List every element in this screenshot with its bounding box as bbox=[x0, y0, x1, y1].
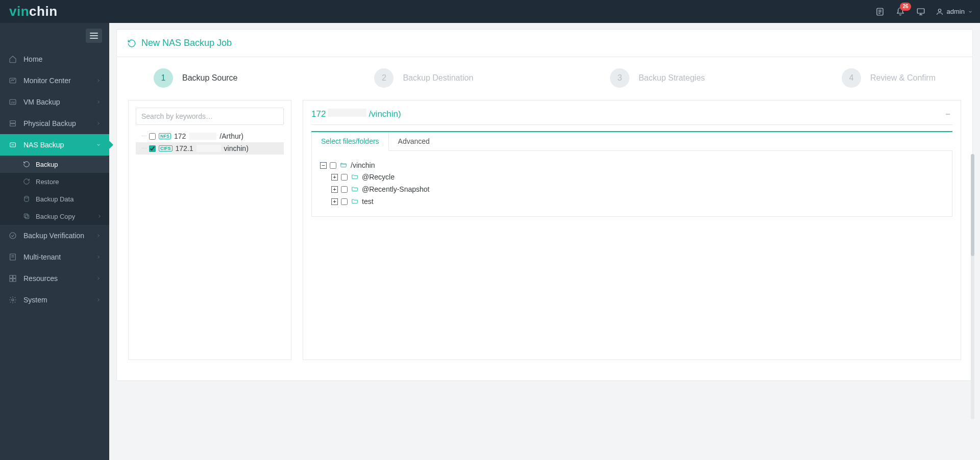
chevron-right-icon bbox=[96, 78, 102, 83]
svg-point-15 bbox=[24, 196, 29, 198]
sidebar-item-tenant: Multi-tenant bbox=[0, 246, 109, 268]
folder-checkbox[interactable] bbox=[341, 174, 348, 181]
step-4[interactable]: 4 Review & Confirm bbox=[842, 68, 936, 88]
step-1[interactable]: 1 Backup Source bbox=[154, 68, 238, 88]
user-menu[interactable]: admin bbox=[936, 8, 973, 16]
sidebar: Home Monitor Center VM VM Backup bbox=[0, 23, 109, 460]
expand-icon[interactable]: + bbox=[331, 174, 338, 181]
share-checkbox[interactable] bbox=[149, 145, 156, 152]
source-share-row[interactable]: ⋯ NFS 172 /Arthur) bbox=[136, 130, 284, 142]
sidebar-label: NAS Backup bbox=[23, 141, 90, 149]
folder-row[interactable]: + @Recently-Snapshot bbox=[331, 184, 944, 195]
svg-rect-11 bbox=[10, 121, 16, 123]
sidebar-link-verify[interactable]: Backup Verification bbox=[0, 225, 109, 246]
log-icon[interactable] bbox=[874, 6, 886, 17]
svg-rect-17 bbox=[24, 214, 28, 217]
check-icon bbox=[8, 231, 17, 240]
sidebar-link-vm[interactable]: VM VM Backup bbox=[0, 91, 109, 113]
sidebar-sublink-data[interactable]: Backup Data bbox=[0, 190, 109, 208]
sidebar-sublabel: Backup bbox=[36, 161, 58, 168]
sidebar-item-home: Home bbox=[0, 48, 109, 70]
share-ip-prefix: 172.1 bbox=[176, 144, 193, 152]
sidebar-link-resources[interactable]: Resources bbox=[0, 268, 109, 289]
step-3[interactable]: 3 Backup Strategies bbox=[610, 68, 705, 88]
tab-advanced[interactable]: Advanced bbox=[389, 132, 439, 150]
protocol-badge: NFS bbox=[159, 133, 171, 140]
sidebar-toggle[interactable] bbox=[86, 29, 102, 43]
sidebar-item-physical: Physical Backup bbox=[0, 113, 109, 134]
sidebar-link-system[interactable]: System bbox=[0, 289, 109, 311]
wizard-steps: 1 Backup Source 2 Backup Destination 3 B… bbox=[128, 68, 961, 100]
topbar-actions: 26 admin bbox=[874, 6, 973, 17]
folder-checkbox[interactable] bbox=[341, 186, 348, 193]
expand-icon[interactable]: + bbox=[331, 198, 338, 205]
copy-icon bbox=[22, 212, 31, 220]
step-label: Backup Strategies bbox=[639, 73, 705, 83]
search-input[interactable] bbox=[136, 108, 284, 125]
page-title-panel: New NAS Backup Job bbox=[116, 29, 973, 57]
folder-checkbox[interactable] bbox=[341, 198, 348, 205]
tab-select-files[interactable]: Select files/folders bbox=[311, 132, 389, 151]
sidebar-link-monitor[interactable]: Monitor Center bbox=[0, 70, 109, 91]
sidebar-subitem-backup: Backup bbox=[0, 156, 109, 173]
folder-row[interactable]: + test bbox=[331, 196, 944, 207]
sidebar-label: VM Backup bbox=[23, 98, 90, 106]
selected-share-header: 172 /vinchin) bbox=[311, 109, 952, 125]
svg-point-18 bbox=[10, 233, 16, 239]
scrollbar[interactable] bbox=[971, 154, 974, 419]
svg-rect-16 bbox=[26, 215, 29, 219]
share-name: /Arthur) bbox=[219, 132, 243, 140]
folder-name: @Recently-Snapshot bbox=[362, 185, 430, 193]
selected-share-title: 172 /vinchin) bbox=[311, 109, 401, 119]
folder-name: /vinchin bbox=[351, 161, 375, 169]
step-number: 2 bbox=[374, 68, 394, 88]
sidebar-subitem-data: Backup Data bbox=[0, 190, 109, 208]
expand-icon[interactable]: + bbox=[331, 186, 338, 193]
notifications-badge: 26 bbox=[900, 3, 911, 11]
svg-rect-25 bbox=[13, 279, 16, 282]
collapse-button[interactable] bbox=[943, 110, 952, 119]
sidebar-link-physical[interactable]: Physical Backup bbox=[0, 113, 109, 134]
page-title: New NAS Backup Job bbox=[141, 38, 232, 48]
folder-checkbox[interactable] bbox=[330, 162, 336, 169]
folder-icon bbox=[351, 197, 359, 206]
step-number: 1 bbox=[154, 68, 173, 88]
sidebar-item-resources: Resources bbox=[0, 268, 109, 289]
sidebar-label: Home bbox=[23, 55, 102, 63]
sidebar-link-tenant[interactable]: Multi-tenant bbox=[0, 246, 109, 268]
sidebar-link-nas[interactable]: NAS Backup bbox=[0, 134, 109, 156]
brand-part2: chin bbox=[29, 4, 57, 19]
home-icon bbox=[8, 55, 17, 64]
screen-icon[interactable] bbox=[915, 6, 926, 17]
sidebar-sublink-restore[interactable]: Restore bbox=[0, 173, 109, 190]
step-2[interactable]: 2 Backup Destination bbox=[374, 68, 473, 88]
sidebar-item-system: System bbox=[0, 289, 109, 311]
collapse-icon[interactable]: − bbox=[320, 162, 327, 169]
sidebar-item-nas: NAS Backup Backup Restore bbox=[0, 134, 109, 225]
sidebar-nav: Home Monitor Center VM VM Backup bbox=[0, 48, 109, 311]
bell-icon[interactable]: 26 bbox=[895, 6, 906, 17]
folder-row[interactable]: + @Recycle bbox=[331, 171, 944, 183]
sidebar-label: Resources bbox=[23, 274, 90, 283]
folder-row-root[interactable]: − /vinchin bbox=[320, 160, 944, 171]
main-content: New NAS Backup Job 1 Backup Source 2 Bac… bbox=[109, 23, 980, 460]
sidebar-link-home[interactable]: Home bbox=[0, 48, 109, 70]
source-share-row[interactable]: ⋯ CIFS 172.1 vinchin) bbox=[136, 142, 284, 155]
sidebar-subitem-restore: Restore bbox=[0, 173, 109, 190]
user-label: admin bbox=[947, 8, 965, 15]
refresh-icon[interactable] bbox=[127, 39, 136, 48]
redacted-host bbox=[328, 109, 366, 117]
tab-label: Advanced bbox=[398, 137, 430, 145]
svg-point-26 bbox=[12, 299, 14, 301]
step-label: Backup Destination bbox=[403, 73, 473, 83]
chevron-down-icon bbox=[96, 142, 102, 147]
tenant-icon bbox=[8, 252, 17, 262]
sidebar-sublink-backup[interactable]: Backup bbox=[0, 156, 109, 173]
chevron-right-icon bbox=[96, 297, 102, 302]
share-checkbox[interactable] bbox=[149, 133, 156, 140]
source-tree: ⋯ NFS 172 /Arthur) ⋯ CIFS 172.1 bbox=[136, 130, 284, 155]
sidebar-subnav-nas: Backup Restore Backup Data bbox=[0, 156, 109, 225]
svg-rect-12 bbox=[10, 124, 16, 126]
sidebar-sublink-copy[interactable]: Backup Copy bbox=[0, 208, 109, 225]
sidebar-item-vm: VM VM Backup bbox=[0, 91, 109, 113]
